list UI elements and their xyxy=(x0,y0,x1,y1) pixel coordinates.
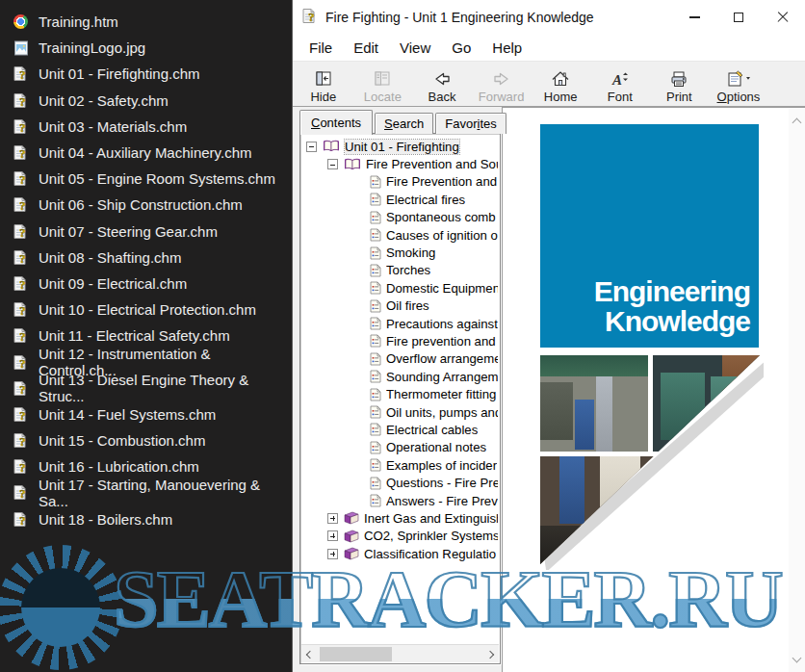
scroll-down-button[interactable] xyxy=(789,647,805,668)
hide-button[interactable]: Hide xyxy=(294,62,353,106)
options-button[interactable]: Options xyxy=(709,62,768,106)
file-list-item[interactable]: ?Unit 02 - Safety.chm xyxy=(0,88,292,114)
file-list-item[interactable]: ?Unit 17 - Starting, Manouevering & Sa..… xyxy=(0,479,292,505)
scrollbar-thumb[interactable] xyxy=(320,647,392,661)
tree-node[interactable]: Torches xyxy=(302,262,498,279)
tree-expander-plus[interactable] xyxy=(327,530,338,541)
tree-node[interactable]: Examples of incider xyxy=(302,456,498,474)
book-open-icon xyxy=(344,158,361,171)
maximize-button[interactable] xyxy=(716,0,761,35)
scroll-right-button[interactable] xyxy=(481,645,499,663)
tree-horizontal-scrollbar[interactable] xyxy=(301,644,499,662)
tree-node-label: Classification Regulatio xyxy=(364,547,496,561)
tree-node[interactable]: Sounding Arrangem xyxy=(302,368,498,385)
tree-node[interactable]: Domestic Equipmen xyxy=(302,279,498,297)
svg-text:?: ? xyxy=(19,93,26,108)
tab-favorites[interactable]: Favorites xyxy=(435,113,506,134)
scroll-left-button[interactable] xyxy=(301,645,319,663)
tree-node[interactable]: Fire prevention and xyxy=(302,332,498,349)
tree-node[interactable]: Classification Regulatio xyxy=(302,545,498,562)
tree-node[interactable]: Smoking xyxy=(302,244,498,261)
svg-text:?: ? xyxy=(19,146,26,161)
menu-item-go[interactable]: Go xyxy=(441,35,481,61)
page-icon xyxy=(370,299,381,313)
tree-node-label: Questions - Fire Pre xyxy=(386,476,498,490)
tab-contents[interactable]: Contents xyxy=(299,110,373,135)
tree-node[interactable]: Fire Prevention and Sou xyxy=(302,155,498,172)
page-icon xyxy=(370,334,381,348)
menu-item-help[interactable]: Help xyxy=(481,35,532,61)
tree-node[interactable]: Causes of ignition o xyxy=(302,226,498,244)
svg-text:?: ? xyxy=(19,250,26,265)
tree-node[interactable]: Answers - Fire Prev xyxy=(302,492,498,509)
minimize-button[interactable] xyxy=(672,0,716,35)
options-icon xyxy=(726,69,751,89)
tree-expander-plus[interactable] xyxy=(327,549,338,559)
tree-node[interactable]: Questions - Fire Pre xyxy=(302,474,498,491)
photo-grid-line-horizontal xyxy=(540,452,760,456)
home-button[interactable]: Home xyxy=(531,62,590,106)
file-list-item[interactable]: ?Unit 10 - Electrical Protection.chm xyxy=(0,297,292,323)
tree-node[interactable]: Overflow arrangeme xyxy=(302,350,498,368)
tree-node[interactable]: Electrical fires xyxy=(302,191,498,208)
cover-title-line2: Knowledge xyxy=(605,306,750,336)
tree-node[interactable]: Thermometer fitting xyxy=(302,385,498,402)
file-list-item[interactable]: TrainingLogo.jpg xyxy=(0,35,292,61)
toolbar-button-label: Options xyxy=(717,90,761,104)
content-vertical-scrollbar[interactable] xyxy=(789,108,805,672)
locate-button[interactable]: Locate xyxy=(353,62,413,106)
file-list-item[interactable]: ?Unit 05 - Engine Room Systems.chm xyxy=(0,166,292,192)
file-list-item[interactable]: Training.htm xyxy=(0,9,292,35)
menu-item-file[interactable]: File xyxy=(299,35,343,61)
chm-icon: ? xyxy=(13,144,29,161)
close-button[interactable] xyxy=(761,0,805,35)
tree-node[interactable]: Fire Prevention and xyxy=(302,173,498,191)
back-button[interactable]: Back xyxy=(412,62,472,106)
file-list-item[interactable]: ?Unit 15 - Combustion.chm xyxy=(0,427,292,453)
tree-node[interactable]: Oil units, pumps and xyxy=(302,403,498,421)
tree-node[interactable]: Inert Gas and Extinguish xyxy=(302,509,498,527)
menu-item-view[interactable]: View xyxy=(389,35,441,61)
tree-node[interactable]: Spontaneous comb xyxy=(302,209,498,226)
menu-bar: FileEditViewGoHelp xyxy=(293,35,805,62)
tree-expander-plus[interactable] xyxy=(327,513,338,524)
forward-button[interactable]: Forward xyxy=(472,62,532,106)
file-list-item[interactable]: ?Unit 01 - Firefighting.chm xyxy=(0,61,292,87)
tree-node[interactable]: Oil fires xyxy=(302,297,498,315)
file-list-item[interactable]: ?Unit 14 - Fuel Systems.chm xyxy=(0,401,292,427)
home-icon xyxy=(550,69,571,89)
tree-node[interactable]: Precautions against xyxy=(302,315,498,332)
file-name: Unit 15 - Combustion.chm xyxy=(39,432,205,449)
chm-icon: ? xyxy=(13,170,29,187)
file-list-item[interactable]: ?Unit 04 - Auxiliary Machinery.chm xyxy=(0,140,292,166)
tree-node-label: Fire prevention and xyxy=(386,334,496,349)
tree-expander-minus[interactable] xyxy=(306,142,317,152)
tree-node[interactable]: Unit 01 - Firefighting xyxy=(302,138,498,155)
svg-text:?: ? xyxy=(308,9,315,23)
file-list-item[interactable]: ?Unit 09 - Electrical.chm xyxy=(0,271,292,297)
window-controls xyxy=(672,0,805,35)
tree-expander-minus[interactable] xyxy=(327,159,338,169)
svg-text:?: ? xyxy=(19,486,26,501)
back-icon xyxy=(431,69,453,89)
tree-node[interactable]: CO2, Sprinkler Systems xyxy=(302,528,498,545)
print-button[interactable]: Print xyxy=(650,62,710,106)
chevron-right-icon xyxy=(486,650,494,658)
file-list-item[interactable]: ?Unit 08 - Shafting.chm xyxy=(0,245,292,271)
chm-icon: ? xyxy=(13,327,29,344)
chm-icon: ? xyxy=(13,380,29,397)
file-list-item[interactable]: ?Unit 18 - Boilers.chm xyxy=(0,506,292,532)
menu-item-edit[interactable]: Edit xyxy=(343,35,389,61)
file-list-item[interactable]: ?Unit 06 - Ship Construction.chm xyxy=(0,192,292,218)
tree-node[interactable]: Operational notes xyxy=(302,439,498,456)
scroll-up-button[interactable] xyxy=(789,112,805,133)
svg-text:A: A xyxy=(611,71,622,87)
tree-node-label: Thermometer fitting xyxy=(386,387,496,401)
file-list-item[interactable]: ?Unit 13 - Diesel Engine Theory & Struc.… xyxy=(0,375,292,401)
file-list-item[interactable]: ?Unit 07 - Steering Gear.chm xyxy=(0,219,292,245)
font-button[interactable]: AFont xyxy=(590,62,650,106)
chm-icon: ? xyxy=(13,301,29,318)
file-list-item[interactable]: ?Unit 03 - Materials.chm xyxy=(0,114,292,140)
tree-node[interactable]: Electrical cables xyxy=(302,421,498,438)
tab-search[interactable]: Search xyxy=(375,113,433,134)
